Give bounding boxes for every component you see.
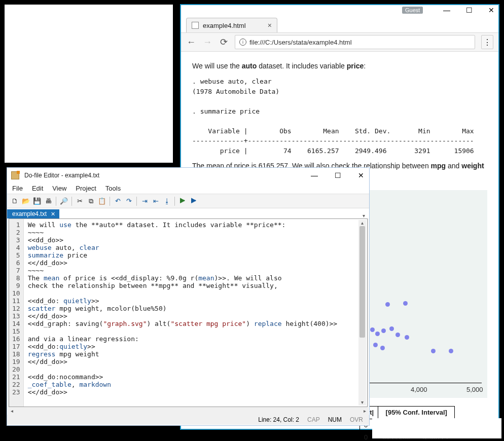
tab-close-button[interactable]: × [268,21,272,29]
url-text: file:///C:/Users/stata/example4.html [249,39,352,46]
data-point [403,301,408,306]
text: We will use the [192,62,242,70]
status-num: NUM [328,416,342,423]
vertical-scrollbar[interactable]: ▴ ▾ [358,220,366,406]
scroll-left-icon[interactable]: ◂ [9,408,15,414]
tab-overflow-icon[interactable]: ▾ [363,213,369,218]
blank-panel-bottom [372,418,501,438]
cut-icon[interactable]: ✂ [75,197,84,206]
reload-button[interactable]: ⟳ [219,37,229,47]
bold-auto: auto [242,62,257,70]
info-icon[interactable]: i [239,39,246,46]
editor-menubar: File Edit View Project Tools [7,183,369,194]
cursor-position: Line: 24, Col: 2 [258,416,299,423]
tab-title: example4.html [203,22,246,29]
separator [110,197,110,206]
paste-icon[interactable]: 📋 [97,197,106,206]
scroll-down-icon[interactable]: ▾ [358,399,366,406]
separator [174,197,175,206]
tab-strip: example4.html × [181,15,498,32]
data-point [370,327,375,332]
code-area[interactable]: We will use the **auto** dataset. It inc… [24,219,367,407]
x-tick-5000: 5,000 [466,385,483,395]
redo-icon[interactable]: ↷ [124,197,133,206]
separator [136,197,137,206]
x-tick-4000: 4,000 [411,385,427,395]
data-point [373,343,378,347]
menu-project[interactable]: Project [76,185,96,192]
editor-toolbar: 🗋 📂 💾 🖶 🔎 ✂ ⧉ 📋 ↶ ↷ ⇥ ⇤ ⭳ ⯈ ⯈ [7,194,369,208]
data-point [449,349,453,353]
scrollbar-thumb[interactable] [359,226,365,338]
document-tab-row: example4.txt ✕ ▾ [7,208,369,218]
run-lines-icon[interactable]: ⯈ [189,197,198,206]
data-point [381,328,386,333]
editor-close-button[interactable]: ✕ [357,171,365,179]
editor-app-icon [11,171,19,179]
editor-pane[interactable]: 1 2 3 4 5 6 7 8 910111213141516171819202… [9,218,368,407]
editor-window: Do-file Editor - example4.txt — ☐ ✕ File… [7,167,370,426]
open-file-icon[interactable]: 📂 [21,197,30,206]
back-button[interactable]: ← [186,37,196,47]
separator [56,197,56,206]
print-icon[interactable]: 🖶 [44,197,53,206]
maximize-button[interactable]: ☐ [465,6,473,14]
undo-icon[interactable]: ↶ [113,197,122,206]
bold-price: price [347,62,364,70]
scroll-up-icon[interactable]: ▴ [358,220,366,226]
find-icon[interactable]: 🔎 [59,197,68,206]
data-point [431,349,436,353]
browser-titlebar: Guest — ☐ ✕ [181,5,498,15]
text: dataset. It includes variable [257,62,346,70]
text: : [364,62,366,70]
data-point [385,302,390,307]
intro-text: We will use the auto dataset. It include… [192,61,487,71]
status-cap: CAP [307,416,320,423]
data-point [380,346,385,350]
guest-badge: Guest [402,7,423,14]
data-point [389,326,394,331]
page-icon [192,22,199,29]
horizontal-scrollbar[interactable]: ◂ ▸ [9,407,368,415]
run-icon[interactable]: ⯈ [178,197,187,206]
menu-tools[interactable]: Tools [105,185,121,192]
forward-button[interactable]: → [202,37,212,47]
minimize-button[interactable]: — [443,6,451,14]
menu-view[interactable]: View [52,185,66,192]
document-tab-label: example4.txt [12,210,47,217]
data-point [375,332,380,336]
separator [71,197,72,206]
browser-tab[interactable]: example4.html × [186,18,277,32]
status-ovr: OVR [350,416,363,423]
editor-statusbar: Line: 24, Col: 2 CAP NUM OVR [7,415,369,425]
bookmark-icon[interactable]: ⭳ [162,197,171,206]
blank-panel [3,3,175,165]
indent-icon[interactable]: ⇥ [140,197,149,206]
line-gutter: 1 2 3 4 5 6 7 8 910111213141516171819202… [9,219,24,407]
address-bar-row: ← → ⟳ i file:///C:/Users/stata/example4.… [181,32,498,52]
data-point [395,333,400,337]
stata-output: . webuse auto, clear (1978 Automobile Da… [192,77,487,156]
data-point [405,335,409,340]
col-confint: [95% Conf. Interval] [378,407,455,419]
document-tab[interactable]: example4.txt ✕ [7,209,59,218]
editor-maximize-button[interactable]: ☐ [334,171,342,179]
editor-minimize-button[interactable]: — [310,171,318,179]
url-input[interactable]: i file:///C:/Users/stata/example4.html [235,35,475,49]
new-file-icon[interactable]: 🗋 [10,197,19,206]
menu-file[interactable]: File [12,185,23,192]
document-tab-close[interactable]: ✕ [51,211,55,217]
editor-title: Do-file Editor - example4.txt [24,172,99,179]
copy-icon[interactable]: ⧉ [86,197,95,206]
outdent-icon[interactable]: ⇤ [151,197,160,206]
close-button[interactable]: ✕ [487,6,495,14]
bold-weight: weight [461,162,484,170]
editor-titlebar: Do-file Editor - example4.txt — ☐ ✕ [7,168,369,183]
scroll-right-icon[interactable]: ▸ [362,408,368,414]
save-icon[interactable]: 💾 [32,197,42,206]
text: and [446,162,461,170]
browser-menu-button[interactable]: ⋮ [481,35,493,49]
menu-edit[interactable]: Edit [32,185,43,192]
bold-mpg: mpg [431,162,446,170]
